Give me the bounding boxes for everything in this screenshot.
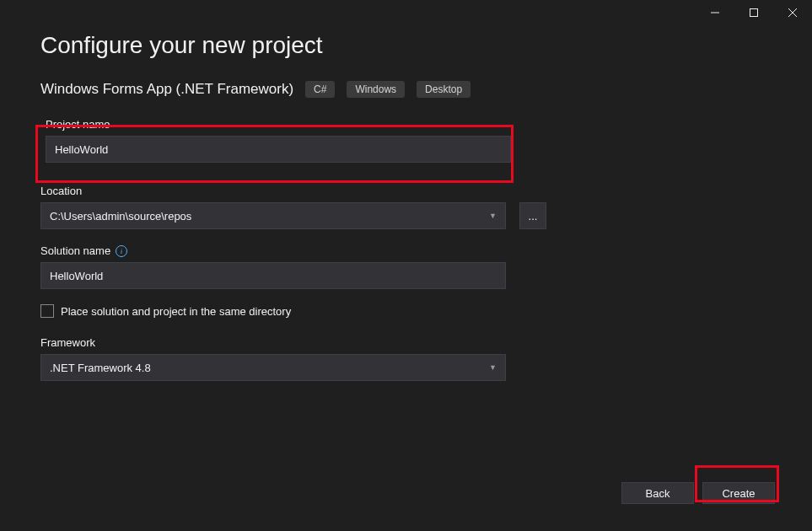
create-button[interactable]: Create (702, 482, 775, 504)
project-name-group: Project name (40, 113, 772, 169)
browse-button[interactable]: ... (519, 202, 546, 229)
same-directory-label: Place solution and project in the same d… (61, 305, 291, 318)
framework-label: Framework (40, 336, 772, 349)
chevron-down-icon: ▼ (489, 363, 497, 372)
back-button[interactable]: Back (621, 482, 694, 504)
location-value: C:\Users\admin\source\repos (50, 210, 191, 223)
framework-value: .NET Framework 4.8 (50, 362, 151, 374)
titlebar (0, 0, 812, 25)
footer: Back Create (621, 482, 775, 504)
info-icon[interactable]: i (116, 245, 127, 257)
project-name-label: Project name (46, 118, 766, 131)
solution-name-input[interactable] (40, 262, 506, 289)
chevron-down-icon: ▼ (489, 212, 497, 220)
template-row: Windows Forms App (.NET Framework) C# Wi… (40, 81, 772, 98)
maximize-button[interactable] (734, 0, 773, 25)
tag-windows: Windows (347, 81, 405, 98)
same-directory-checkbox[interactable] (40, 304, 54, 318)
project-name-input[interactable] (46, 136, 511, 163)
close-icon (788, 8, 797, 17)
location-group: Location C:\Users\admin\source\repos ▼ .… (40, 185, 772, 229)
page-title: Configure your new project (40, 32, 772, 59)
framework-select[interactable]: .NET Framework 4.8 ▼ (40, 354, 506, 381)
maximize-icon (750, 8, 758, 17)
tag-csharp: C# (305, 81, 335, 98)
template-name: Windows Forms App (.NET Framework) (40, 81, 293, 98)
solution-name-group: Solution name i (40, 244, 772, 289)
framework-group: Framework .NET Framework 4.8 ▼ (40, 336, 772, 381)
solution-name-label-text: Solution name (40, 244, 110, 257)
location-label: Location (40, 185, 772, 197)
minimize-icon (711, 8, 719, 17)
tag-desktop: Desktop (417, 81, 471, 98)
minimize-button[interactable] (696, 0, 734, 25)
close-button[interactable] (773, 0, 812, 25)
same-directory-row: Place solution and project in the same d… (40, 304, 772, 318)
svg-rect-1 (750, 9, 758, 17)
location-select[interactable]: C:\Users\admin\source\repos ▼ (40, 202, 506, 229)
solution-name-label: Solution name i (40, 244, 772, 257)
